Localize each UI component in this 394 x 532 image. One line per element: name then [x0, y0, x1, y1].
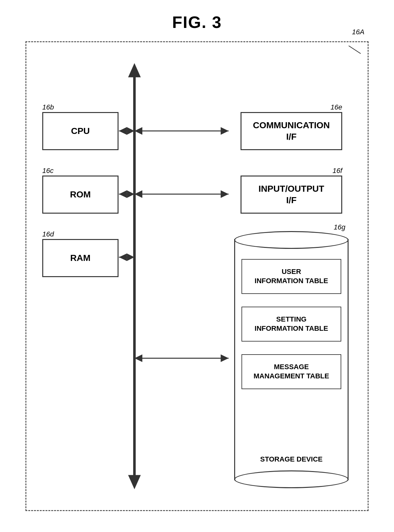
svg-marker-16	[134, 127, 142, 135]
io-box: INPUT/OUTPUTI/F	[241, 176, 342, 214]
label-16f: 16f	[332, 167, 342, 175]
cylinder-bottom	[234, 470, 349, 488]
label-16a: 16A	[352, 28, 364, 36]
label-16e: 16e	[330, 103, 342, 111]
svg-marker-22	[134, 355, 142, 362]
svg-marker-2	[128, 475, 141, 489]
svg-line-0	[349, 46, 361, 54]
page: FIG. 3 16A CPU 16b ROM 16c RAM 16d COMMU…	[0, 0, 394, 532]
svg-marker-8	[127, 127, 134, 135]
svg-marker-9	[119, 190, 127, 198]
svg-marker-4	[119, 127, 127, 135]
user-info-table-box: USERINFORMATION TABLE	[241, 259, 341, 294]
comm-box: COMMUNICATIONI/F	[241, 112, 342, 150]
label-16d: 16d	[42, 230, 54, 238]
svg-marker-12	[119, 253, 127, 261]
message-mgmt-table-box: MESSAGEMANAGEMENT TABLE	[241, 354, 341, 389]
comm-label: COMMUNICATIONI/F	[253, 120, 330, 143]
svg-marker-23	[221, 355, 229, 362]
storage-device-label: STORAGE DEVICE	[235, 455, 348, 463]
storage-device: 16g USERINFORMATION TABLE SETTINGINFORMA…	[234, 239, 349, 480]
svg-marker-7	[119, 127, 127, 135]
cpu-label: CPU	[71, 125, 90, 137]
setting-info-table-box: SETTINGINFORMATION TABLE	[241, 307, 341, 342]
label-16c: 16c	[42, 167, 53, 175]
svg-marker-20	[221, 190, 229, 198]
rom-box: ROM	[42, 176, 119, 214]
rom-label: ROM	[70, 189, 91, 200]
svg-marker-13	[127, 253, 134, 261]
io-label: INPUT/OUTPUTI/F	[259, 183, 324, 206]
svg-marker-17	[221, 127, 229, 135]
label-16b: 16b	[42, 103, 54, 111]
setting-info-table-label: SETTINGINFORMATION TABLE	[255, 315, 328, 333]
svg-marker-10	[127, 190, 134, 198]
user-info-table-label: USERINFORMATION TABLE	[255, 267, 328, 285]
cylinder-body: USERINFORMATION TABLE SETTINGINFORMATION…	[234, 239, 349, 480]
cpu-box: CPU	[42, 112, 119, 150]
ram-label: RAM	[70, 252, 91, 264]
ram-box: RAM	[42, 239, 119, 277]
svg-marker-19	[134, 190, 142, 198]
label-16g: 16g	[334, 223, 345, 231]
svg-marker-5	[126, 127, 134, 135]
message-mgmt-table-label: MESSAGEMANAGEMENT TABLE	[254, 362, 329, 381]
svg-marker-1	[128, 63, 141, 77]
diagram-container: 16A CPU 16b ROM 16c RAM 16d COMMUNICATIO…	[25, 41, 369, 511]
figure-title: FIG. 3	[172, 13, 222, 32]
cylinder-top	[234, 231, 349, 249]
